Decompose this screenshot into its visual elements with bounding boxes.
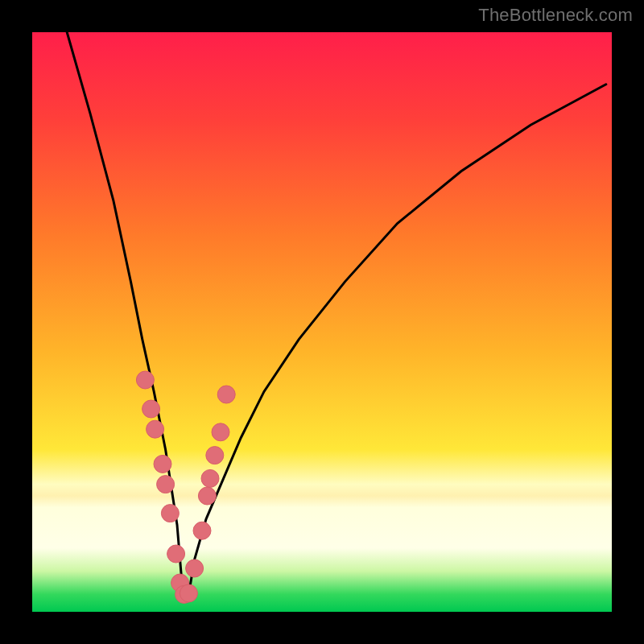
marker-dot	[201, 469, 219, 487]
marker-dot	[198, 487, 216, 505]
plot-area	[32, 32, 612, 612]
marker-dot	[154, 455, 171, 473]
marker-dot	[193, 522, 211, 539]
marker-dot	[157, 476, 175, 493]
curve-path	[67, 32, 606, 594]
marker-dot	[206, 447, 224, 464]
marker-dot	[142, 400, 160, 418]
marker-dot	[212, 423, 229, 441]
bottleneck-curve	[32, 32, 612, 612]
marker-dot	[167, 545, 185, 563]
watermark-label: TheBottleneck.com	[478, 5, 633, 26]
marker-dot	[147, 420, 164, 438]
chart-frame: TheBottleneck.com	[0, 0, 644, 644]
marker-dot	[161, 505, 179, 522]
marker-dot	[136, 371, 154, 389]
marker-dot	[217, 386, 235, 403]
marker-dot	[180, 584, 197, 602]
marker-dot	[186, 559, 204, 577]
